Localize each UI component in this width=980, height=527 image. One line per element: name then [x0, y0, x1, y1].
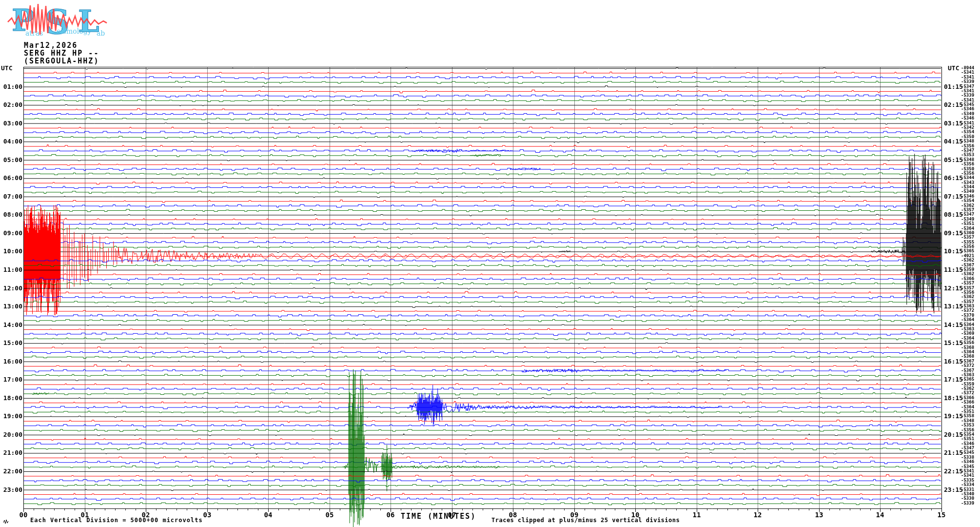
header-station: SERG HHZ HP -- — [24, 50, 99, 57]
header-station-name: (SERGOULA-HHZ) — [24, 58, 99, 65]
left-hour-label: 16:00 — [0, 358, 22, 365]
left-hour-label: 03:00 — [0, 120, 22, 126]
left-hour-label: 07:00 — [0, 193, 22, 200]
right-trace-value: -5346 — [961, 107, 974, 111]
right-hour-label: 01:15 — [944, 83, 963, 90]
right-hour-label: 06:15 — [944, 175, 963, 181]
left-hour-label: 12:00 — [0, 285, 22, 291]
right-trace-value: -5369 — [961, 331, 974, 336]
right-trace-value: -5358 — [961, 414, 974, 418]
right-hour-label: 07:15 — [944, 193, 963, 200]
right-trace-value: -5344 — [961, 176, 974, 180]
right-trace-value: -5351 — [961, 222, 974, 226]
right-trace-value: -5353 — [961, 423, 974, 427]
utc-label-left: UTC — [1, 65, 12, 71]
right-hour-label: 16:15 — [944, 358, 963, 365]
right-trace-value: -5372 — [961, 364, 974, 368]
right-hour-label: 23:15 — [944, 486, 963, 493]
seismogram-canvas — [0, 0, 980, 527]
right-trace-value: -5362 — [961, 295, 974, 299]
helicorder-page: P atras S eismology L ab Mar12,2026 SERG… — [0, 0, 980, 527]
right-trace-value: -5330 — [961, 496, 974, 501]
left-hour-label: 13:00 — [0, 303, 22, 309]
right-hour-label: 14:15 — [944, 322, 963, 328]
right-trace-value: -5351 — [961, 437, 974, 441]
right-hour-label: 02:15 — [944, 101, 963, 108]
right-hour-label: 17:15 — [944, 376, 963, 383]
minute-tick-label: 15 — [932, 511, 951, 518]
right-trace-value: -5368 — [961, 354, 974, 359]
psl-logo[interactable]: P atras S eismology L ab — [6, 1, 111, 39]
right-hour-label: 15:15 — [944, 340, 963, 346]
minute-tick-label: 12 — [748, 511, 767, 518]
left-hour-label: 19:00 — [0, 413, 22, 419]
right-trace-value: -5347 — [961, 212, 974, 217]
right-trace-value: -5366 — [961, 400, 974, 405]
right-trace-value: -5362 — [961, 258, 974, 263]
minute-tick-label: 14 — [870, 511, 890, 518]
right-trace-value: -5339 — [961, 80, 974, 84]
right-trace-value: -5356 — [961, 162, 974, 166]
minute-tick-label: 06 — [381, 511, 400, 518]
header-date: Mar12,2026 — [24, 42, 78, 49]
right-trace-value: -5353 — [961, 153, 974, 157]
x-axis-title: TIME (MINUTES) — [401, 513, 476, 520]
footer-scale-note: Each Vertical Division = 5000+00 microvo… — [30, 517, 203, 523]
left-hour-label: 04:00 — [0, 138, 22, 144]
minute-tick-label: 13 — [809, 511, 829, 518]
right-trace-value: -5334 — [961, 483, 974, 487]
right-hour-label: 20:15 — [944, 431, 963, 438]
minute-tick-label: 05 — [320, 511, 339, 518]
right-hour-label: 10:15 — [944, 248, 963, 254]
right-trace-value: -5348 — [961, 139, 974, 143]
left-hour-label: 05:00 — [0, 157, 22, 163]
right-hour-label: 09:15 — [944, 230, 963, 236]
left-hour-label: 22:00 — [0, 468, 22, 474]
left-hour-label: 10:00 — [0, 248, 22, 254]
footer-clip-note: Traces clipped at plus/minus 25 vertical… — [491, 517, 680, 523]
left-hour-label: 01:00 — [0, 83, 22, 90]
right-hour-label: 19:15 — [944, 413, 963, 419]
right-trace-value: -5341 — [961, 473, 974, 478]
right-trace-value: -5341 — [961, 70, 974, 75]
right-hour-label: 21:15 — [944, 449, 963, 456]
right-trace-value: -5372 — [961, 308, 974, 313]
left-hour-label: 08:00 — [0, 211, 22, 218]
right-trace-value: -5356 — [961, 341, 974, 345]
right-hour-label: 05:15 — [944, 157, 963, 163]
right-hour-label: 03:15 — [944, 120, 963, 126]
right-trace-value: -5365 — [961, 249, 974, 253]
right-trace-value: -5372 — [961, 391, 974, 395]
right-trace-value: -5354 — [961, 130, 974, 134]
right-hour-label: 18:15 — [944, 395, 963, 401]
left-hour-label: 09:00 — [0, 230, 22, 236]
right-hour-label: 13:15 — [944, 303, 963, 309]
left-hour-label: 23:00 — [0, 486, 22, 493]
right-hour-label: 11:15 — [944, 266, 963, 273]
left-hour-label: 17:00 — [0, 376, 22, 383]
right-trace-value: -5357 — [961, 281, 974, 285]
right-trace-value: -5346 — [961, 116, 974, 121]
left-hour-label: 06:00 — [0, 175, 22, 181]
right-trace-value: -5339 — [961, 501, 974, 506]
left-hour-label: 14:00 — [0, 322, 22, 328]
right-hour-label: 04:15 — [944, 138, 963, 144]
right-trace-value: -5349 — [961, 189, 974, 194]
right-hour-label: 08:15 — [944, 211, 963, 218]
right-trace-value: -5357 — [961, 235, 974, 240]
right-trace-value: -5362 — [961, 272, 974, 276]
left-hour-label: 02:00 — [0, 101, 22, 108]
logo-word-lab: ab — [97, 29, 105, 37]
right-trace-value: -5354 — [961, 199, 974, 203]
left-hour-label: 11:00 — [0, 266, 22, 273]
right-hour-label: 22:15 — [944, 468, 963, 474]
right-trace-value: -5364 — [961, 318, 974, 322]
left-hour-label: 21:00 — [0, 449, 22, 456]
right-trace-value: -5345 — [961, 450, 974, 455]
right-trace-value: -5339 — [961, 93, 974, 98]
utc-label-right: UTC — [948, 65, 959, 71]
left-hour-label: 18:00 — [0, 395, 22, 401]
minute-tick-label: 11 — [687, 511, 706, 518]
right-hour-label: 12:15 — [944, 285, 963, 291]
left-hour-label: 20:00 — [0, 431, 22, 438]
